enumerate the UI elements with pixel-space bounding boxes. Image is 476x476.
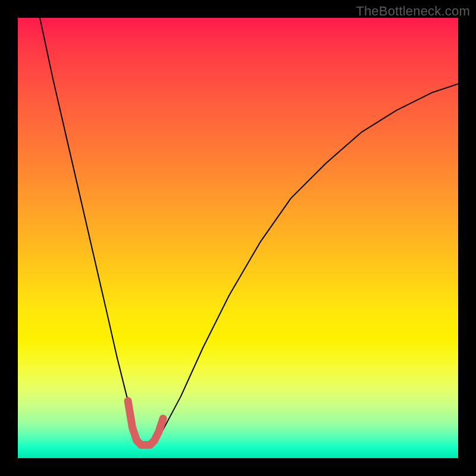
plot-area: [18, 18, 458, 458]
watermark-text: TheBottleneck.com: [356, 4, 470, 19]
main-curve-path: [40, 18, 458, 445]
chart-container: TheBottleneck.com: [0, 0, 476, 476]
curve-svg: [18, 18, 458, 458]
bottom-highlight-path: [128, 401, 163, 445]
